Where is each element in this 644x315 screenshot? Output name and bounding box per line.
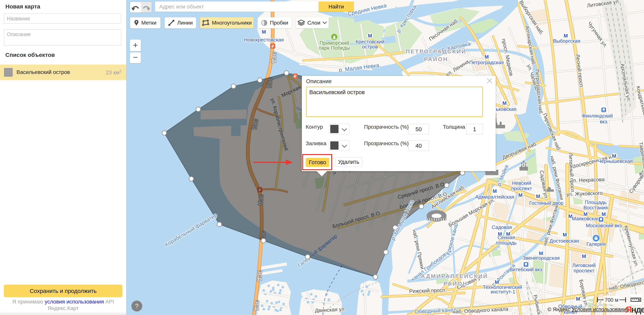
- svg-text:проспект: проспект: [511, 186, 532, 191]
- svg-text:М: М: [484, 54, 489, 60]
- svg-text:₽: ₽: [272, 44, 274, 48]
- svg-text:Выборгская: Выборгская: [553, 38, 580, 44]
- svg-text:М: М: [583, 211, 588, 217]
- svg-text:Достоевская: Достоевская: [550, 238, 579, 244]
- svg-text:М: М: [536, 193, 540, 199]
- svg-text:АДМИРАЛТЕЙСКИЙ: АДМИРАЛТЕЙСКИЙ: [421, 273, 488, 279]
- svg-text:остров: остров: [362, 44, 378, 50]
- svg-text:Новокрестовская: Новокрестовская: [244, 37, 284, 43]
- svg-text:ЗСД: ЗСД: [254, 300, 260, 311]
- svg-text:институт-1: институт-1: [491, 289, 516, 295]
- svg-text:Петроградская: Петроградская: [469, 60, 504, 65]
- svg-text:Невский: Невский: [512, 180, 531, 186]
- svg-text:М: М: [563, 232, 567, 238]
- svg-text:Финляндский: Финляндский: [582, 113, 613, 119]
- svg-text:Гостиный двор: Гостиный двор: [529, 200, 564, 206]
- svg-text:Сенная: Сенная: [498, 234, 515, 240]
- svg-text:ЗСД: ЗСД: [257, 270, 263, 281]
- svg-text:Чернышевская: Чернышевская: [598, 158, 633, 164]
- svg-text:Садовая: Садовая: [492, 224, 512, 230]
- svg-text:РАЙОН: РАЙОН: [424, 56, 448, 62]
- svg-text:ЗСД: ЗСД: [271, 52, 277, 63]
- svg-text:Восстания: Восстания: [584, 205, 608, 210]
- svg-text:РАЙОН: РАЙОН: [444, 280, 468, 287]
- svg-text:проспект: проспект: [574, 268, 594, 273]
- svg-text:М: М: [564, 33, 568, 39]
- svg-text:парк Победы: парк Победы: [318, 45, 350, 51]
- svg-text:вкз.: вкз.: [600, 119, 608, 124]
- svg-text:М: М: [368, 33, 372, 39]
- svg-text:Звенигородская: Звенигородская: [523, 255, 560, 261]
- svg-text:ПЕТРОГРАДСКИЙ: ПЕТРОГРАДСКИЙ: [406, 48, 466, 55]
- svg-text:М: М: [492, 188, 497, 194]
- svg-text:Витебский вкз.: Витебский вкз.: [510, 267, 544, 272]
- svg-text:М: М: [262, 29, 266, 35]
- svg-text:М: М: [576, 296, 580, 302]
- svg-text:М: М: [502, 100, 506, 106]
- svg-text:700 м: 700 м: [605, 297, 618, 303]
- svg-text:Московский вкз.: Московский вкз.: [586, 223, 623, 228]
- svg-text:М: М: [602, 211, 606, 217]
- svg-text:Лиговский: Лиговский: [572, 262, 596, 268]
- svg-text:М: М: [582, 253, 586, 259]
- svg-text:Галерея: Галерея: [586, 241, 606, 247]
- svg-text:М: М: [518, 192, 522, 198]
- svg-text:Адмиралтейская: Адмиралтейская: [475, 194, 514, 200]
- svg-text:₽: ₽: [294, 74, 296, 78]
- svg-text:Площадь: Площадь: [585, 199, 606, 205]
- svg-text:ул. Некрасова: ул. Некрасова: [570, 177, 605, 183]
- svg-text:М: М: [612, 153, 616, 159]
- svg-text:площадь: площадь: [496, 240, 517, 246]
